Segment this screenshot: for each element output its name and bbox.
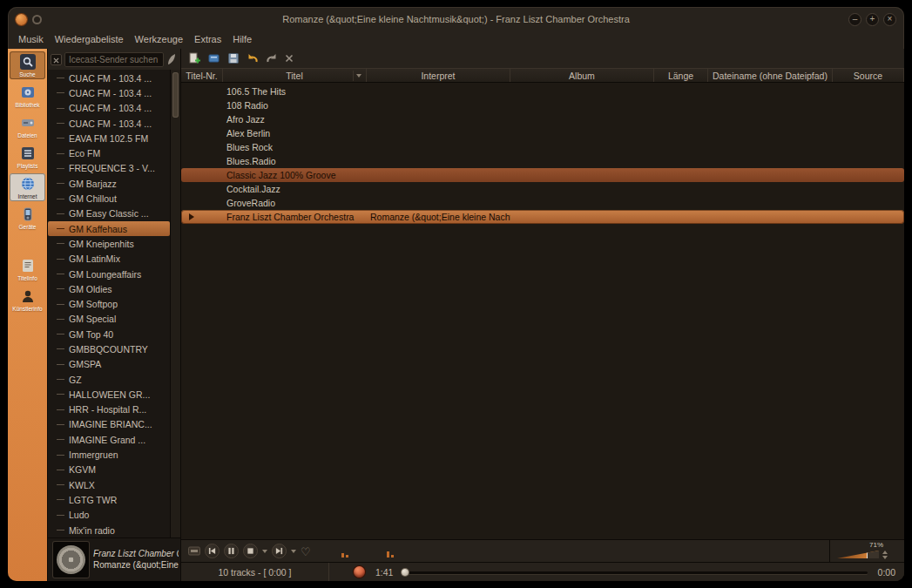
sidebar-item-dateien[interactable]: Dateien	[10, 112, 45, 140]
station-search-input[interactable]	[64, 52, 164, 67]
next-options-button[interactable]	[291, 550, 296, 553]
tree-item[interactable]: IMAGINE BRIANC...	[48, 417, 170, 432]
next-button[interactable]	[272, 544, 287, 558]
tree-item[interactable]: GM Top 40	[48, 327, 170, 341]
stop-button[interactable]	[243, 544, 258, 558]
volume-spinner[interactable]	[882, 551, 888, 559]
tree-item[interactable]: HRR - Hospital R...	[48, 402, 170, 417]
sidebar-item-suche[interactable]: Suche	[10, 51, 45, 79]
table-row[interactable]: 106.5 The Hits	[181, 84, 904, 98]
close-button[interactable]: ×	[883, 13, 896, 26]
tree-item[interactable]: GM Chillout	[48, 191, 170, 206]
tree-item[interactable]: CUAC FM - 103.4 ...	[48, 101, 170, 116]
tree-item[interactable]: Ludo	[48, 508, 170, 523]
volume-slider[interactable]	[837, 551, 879, 558]
table-row[interactable]: Classic Jazz 100% Groove	[181, 168, 904, 182]
tree-item[interactable]: CUAC FM - 103.4 ...	[48, 71, 170, 85]
cell-laenge	[654, 98, 708, 112]
column-header-0[interactable]: Titel-Nr.	[181, 69, 223, 82]
column-header-2[interactable]: Interpret	[367, 69, 510, 82]
sidebar-item-playlists[interactable]: Playlists	[10, 143, 45, 171]
search-filter-icon[interactable]	[166, 53, 178, 65]
tree-item[interactable]: CUAC FM - 103.4 ...	[48, 85, 170, 100]
tree-item[interactable]: GM Loungeaffairs	[48, 267, 170, 281]
progress-handle[interactable]	[402, 569, 409, 576]
tree-item[interactable]: GM Easy Classic ...	[48, 206, 170, 221]
tree-item[interactable]: EAVA FM 102.5 FM	[48, 131, 170, 145]
table-row[interactable]: Cocktail.Jazz	[181, 182, 904, 196]
tree-item-label: GMSPA	[69, 359, 101, 369]
column-header-3[interactable]: Album	[510, 69, 654, 82]
maximize-button[interactable]: +	[866, 13, 879, 26]
tree-item[interactable]: GM LatinMix	[48, 252, 170, 267]
seek-slider[interactable]	[402, 566, 867, 578]
column-header-5[interactable]: Dateiname (ohne Dateipfad)	[708, 69, 833, 82]
sidebar-item-kuenstlerinfo[interactable]: Künstlerinfo	[10, 286, 45, 314]
table-row[interactable]: Afro Jazz	[181, 112, 904, 126]
tree-item[interactable]: GM Kaffehaus	[48, 221, 170, 236]
pause-button[interactable]	[224, 544, 239, 558]
window-menu-button[interactable]	[16, 14, 27, 25]
player-toggle-button[interactable]	[188, 544, 200, 559]
column-header-4[interactable]: Länge	[654, 69, 708, 82]
column-header-6[interactable]: Source	[833, 69, 904, 82]
sidebar-item-bibliothek[interactable]: Bibliothek	[10, 82, 45, 110]
favorite-button[interactable]: ♡	[301, 544, 311, 559]
tree-item[interactable]: Immergruen	[48, 447, 170, 462]
cell-dateiname	[708, 182, 833, 196]
sidebar-item-geraete[interactable]: Geräte	[10, 204, 45, 232]
sidebar-item-titelinfo[interactable]: Titelinfo	[10, 255, 45, 283]
tree-item[interactable]: GM Barjazz	[48, 176, 170, 191]
stop-options-button[interactable]	[262, 550, 267, 553]
title-bar[interactable]: Romanze (&quot;Eine kleine Nachtmusik&qu…	[8, 7, 904, 31]
cell-source	[833, 126, 904, 140]
tree-item[interactable]: Mix'in radio	[48, 523, 170, 537]
tree-item[interactable]: GM Kneipenhits	[48, 236, 170, 251]
volume-control[interactable]: 71%	[829, 540, 897, 562]
tree-item[interactable]: GM Oldies	[48, 281, 170, 296]
tree-item[interactable]: HALLOWEEN GR...	[48, 387, 170, 402]
menu-item-hilfe[interactable]: Hilfe	[233, 34, 252, 44]
table-row[interactable]: Franz Liszt Chamber OrchestraRomanze (&q…	[181, 210, 904, 224]
table-row[interactable]: Blues Rock	[181, 140, 904, 154]
toolbar-undo-button[interactable]	[247, 52, 259, 64]
table-row[interactable]: GroveRadio	[181, 196, 904, 210]
toolbar-add-button[interactable]	[188, 52, 201, 64]
tree-item[interactable]: GZ	[48, 372, 170, 387]
tree-item[interactable]: IMAGINE Grand ...	[48, 432, 170, 447]
tree-item[interactable]: KWLX	[48, 477, 170, 492]
tree-item[interactable]: GM Softpop	[48, 296, 170, 311]
tree-item[interactable]: LGTG TWR	[48, 492, 170, 507]
toolbar-redo-button[interactable]	[266, 52, 278, 64]
scrollbar-thumb[interactable]	[172, 72, 179, 118]
tree-scrollbar[interactable]	[170, 70, 180, 537]
tree-item[interactable]: KGVM	[48, 463, 170, 477]
menu-item-wiedergabeliste[interactable]: Wiedergabeliste	[55, 34, 124, 44]
window-pin-button[interactable]	[34, 17, 40, 23]
sidebar-item-internet[interactable]: Internet	[10, 173, 45, 201]
previous-button[interactable]	[205, 544, 220, 558]
tree-item[interactable]: GM Special	[48, 312, 170, 327]
menu-item-extras[interactable]: Extras	[194, 34, 221, 44]
tree-item[interactable]: GMSPA	[48, 357, 170, 372]
toolbar-delete-button[interactable]	[285, 54, 294, 63]
tree-item-label: GM Loungeaffairs	[69, 269, 141, 280]
tree-item[interactable]: Eco FM	[48, 145, 170, 160]
record-button[interactable]	[354, 566, 365, 578]
menu-item-werkzeuge[interactable]: Werkzeuge	[135, 34, 183, 44]
album-art[interactable]	[53, 542, 89, 578]
table-row[interactable]: Alex Berlin	[181, 126, 904, 140]
toolbar-save-button[interactable]	[227, 52, 240, 64]
tree-branch-line	[57, 108, 64, 109]
clear-search-button[interactable]	[51, 54, 62, 65]
tree-item[interactable]: CUAC FM - 103.4 ...	[48, 116, 170, 131]
table-row[interactable]: Blues.Radio	[181, 154, 904, 168]
column-header-1[interactable]: Titel	[223, 69, 367, 82]
tree-item[interactable]: GMBBQCOUNTRY	[48, 341, 170, 356]
column-dropdown-button[interactable]	[353, 71, 364, 81]
toolbar-edit-button[interactable]	[208, 52, 220, 64]
menu-item-musik[interactable]: Musik	[18, 34, 44, 44]
minimize-button[interactable]: –	[848, 13, 861, 26]
tree-item[interactable]: FREQUENCE 3 - V...	[48, 161, 170, 176]
table-row[interactable]: 108 Radio	[181, 98, 904, 112]
